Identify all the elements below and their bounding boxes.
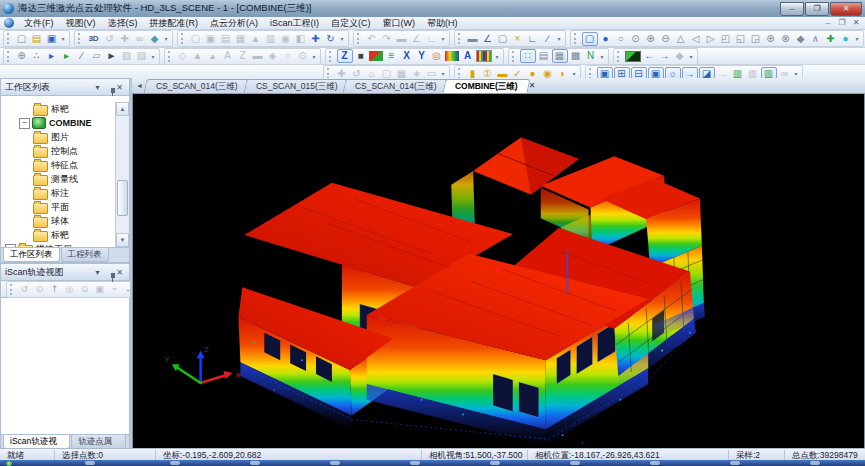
pan-view-icon[interactable]: ✚ (118, 32, 132, 46)
toolbar-overflow-icon[interactable]: ▾ (570, 70, 578, 77)
snap-corner-icon[interactable]: ∟ (425, 32, 439, 46)
color-rgb-icon[interactable] (369, 51, 383, 61)
menu-7[interactable]: 窗口(W) (377, 18, 422, 28)
bulb-marker-icon[interactable]: ○ (281, 49, 295, 63)
orbit-view-icon[interactable]: ↺ (103, 32, 117, 46)
normals-view-icon[interactable]: N (584, 49, 598, 63)
sphere-view-icon[interactable]: ○ (614, 32, 628, 46)
rotate-right-icon[interactable]: ▷ (704, 32, 718, 46)
minimize-button[interactable]: – (780, 2, 804, 16)
menu-0[interactable]: 文件(F) (18, 18, 60, 28)
orbit-sphere-2-icon[interactable]: ⊗ (779, 32, 793, 46)
scroll-thumb[interactable] (117, 180, 128, 216)
observer-icon[interactable]: ◉ (279, 32, 293, 46)
rotate-tool-icon[interactable]: ↻ (324, 32, 338, 46)
iscan-path-tool-icon[interactable]: ~ (108, 282, 122, 296)
toolbar-overflow-icon[interactable]: ▾ (555, 35, 563, 42)
copy-view-icon[interactable]: ▢ (189, 32, 203, 46)
color-by-z-icon[interactable]: Z (337, 49, 353, 63)
view-3d-icon[interactable]: 3D (86, 32, 102, 46)
tree-item-标靶[interactable]: 标靶 (1, 228, 129, 242)
center-view-icon[interactable]: ✚ (824, 32, 838, 46)
windows-taskbar[interactable] (0, 460, 865, 466)
menu-8[interactable]: 帮助(H) (421, 18, 464, 28)
rotate-left-icon[interactable]: ◁ (689, 32, 703, 46)
panel-close-icon[interactable]: ✕ (114, 83, 125, 92)
letter-a-icon[interactable]: A (221, 49, 235, 63)
tree-item-测量线[interactable]: 测量线 (1, 172, 129, 186)
orbit-sphere-1-icon[interactable]: ⊕ (764, 32, 778, 46)
fence-select-b-icon[interactable]: ▨ (135, 49, 149, 63)
shade-half-icon[interactable]: ◧ (294, 32, 308, 46)
panel-close-icon[interactable]: ✕ (114, 268, 125, 277)
tree-item-特征点[interactable]: 特征点 (1, 158, 129, 172)
workspace-tab[interactable]: 工作区列表 (3, 248, 60, 262)
distance-tool-icon[interactable]: ▬ (466, 32, 480, 46)
menu-2[interactable]: 选择(S) (102, 18, 144, 28)
polygon-select-icon[interactable]: ▱ (90, 49, 104, 63)
plane-marker-icon[interactable]: ▴ (206, 49, 220, 63)
nav-back-icon[interactable]: ← (643, 49, 657, 63)
child-restore-button[interactable]: ❐ (835, 17, 849, 29)
redo-icon[interactable]: ↷ (380, 32, 394, 46)
color-rings-icon[interactable]: ◎ (430, 49, 444, 63)
open-folder-icon[interactable]: ▤ (30, 32, 44, 46)
iscan-zoom-icon[interactable]: ⊙ (33, 282, 47, 296)
new-file-icon[interactable]: ▢ (15, 32, 29, 46)
marker-flag-icon[interactable]: × (511, 32, 525, 46)
tree-item-图片[interactable]: 图片 (1, 130, 129, 144)
doc-tab-CS_SCAN_014(三维)[interactable]: CS_SCAN_014(三维) (343, 79, 450, 93)
up-marker-icon[interactable]: ▲ (191, 49, 205, 63)
paste-view-icon[interactable]: ▣ (204, 32, 218, 46)
tree-item-控制点[interactable]: 控制点 (1, 144, 129, 158)
magnifier-icon[interactable]: ⊙ (629, 32, 643, 46)
color-by-y-icon[interactable]: Y (415, 49, 429, 63)
pick-point-green-icon[interactable]: ▸ (60, 49, 74, 63)
measure-angle-icon[interactable]: ∠ (410, 32, 424, 46)
density-full-icon[interactable]: ▩ (569, 49, 583, 63)
align-up-icon[interactable]: ▲ (249, 32, 263, 46)
density-medium-icon[interactable]: ▤ (537, 49, 551, 63)
maximize-button[interactable]: ❐ (805, 2, 829, 16)
tree-item-平面[interactable]: 平面 (1, 200, 129, 214)
letter-z-icon[interactable]: Z (236, 49, 250, 63)
toolbar-overflow-icon[interactable]: ▾ (853, 35, 861, 42)
tree-item-拼接工程[interactable]: −拼接工程 (1, 242, 129, 248)
child-minimize-button[interactable]: – (821, 17, 835, 29)
menu-5[interactable]: iScan工程(I) (264, 18, 325, 28)
iscan-back-icon[interactable]: ← (123, 282, 131, 296)
scroll-up-icon[interactable]: ▲ (116, 102, 129, 116)
panel-menu-icon[interactable]: ▾ (92, 268, 103, 277)
iscan-fit-frame-icon[interactable]: ▣ (93, 282, 107, 296)
child-close-button[interactable]: ✕ (849, 17, 863, 29)
color-rainbow-grid-icon[interactable] (476, 50, 492, 62)
toolbar-overflow-icon[interactable]: ▾ (439, 70, 447, 77)
density-sparse-icon[interactable]: ∷ (520, 49, 536, 63)
tree-item-球体[interactable]: 球体 (1, 214, 129, 228)
toolbar-overflow-icon[interactable]: ▾ (687, 53, 695, 60)
cube-rotate-2-icon[interactable]: ◱ (734, 32, 748, 46)
toolbar-overflow-icon[interactable]: ▾ (598, 53, 606, 60)
nav-forward-icon[interactable]: → (658, 49, 672, 63)
gem-marker-icon[interactable]: ◈ (266, 49, 280, 63)
cube-rotate-3-icon[interactable]: ◲ (749, 32, 763, 46)
edit-sketch-icon[interactable]: ∕ (541, 32, 555, 46)
overview-map-icon[interactable] (625, 51, 641, 62)
menu-1[interactable]: 视图(V) (60, 18, 102, 28)
toolbar-overflow-icon[interactable]: ▾ (493, 53, 501, 60)
grid-view-icon[interactable]: ▦ (234, 32, 248, 46)
pick-point-blue-icon[interactable]: ▸ (45, 49, 59, 63)
fence-select-a-icon[interactable]: ▧ (120, 49, 134, 63)
note-doc-icon[interactable]: ▢ (496, 32, 510, 46)
toolbar-overflow-icon[interactable]: ▾ (792, 70, 800, 77)
colored-points-icon[interactable]: ∴ (30, 49, 44, 63)
toolbar-overflow-icon[interactable]: ▾ (439, 35, 447, 42)
nav-end-icon[interactable]: ◆ (673, 49, 687, 63)
toolbar-overflow-icon[interactable]: ▾ (162, 35, 170, 42)
toolbar-overflow-icon[interactable]: ▾ (338, 35, 346, 42)
iscan-station-pin-icon[interactable]: † (48, 282, 62, 296)
cursor-arrow-icon[interactable]: ► (105, 49, 119, 63)
color-by-x-icon[interactable]: X (400, 49, 414, 63)
angle-tool-icon[interactable]: ∠ (481, 32, 495, 46)
align-table-icon[interactable]: ▥ (264, 32, 278, 46)
